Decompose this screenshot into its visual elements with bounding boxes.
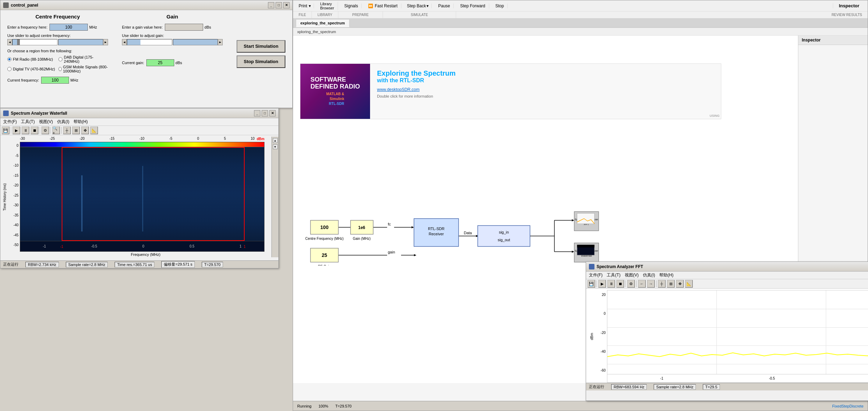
fft-menu-sim[interactable]: 仿真(I) <box>643 272 655 278</box>
section-file: FILE <box>293 12 312 18</box>
frequency-input[interactable] <box>49 24 88 31</box>
simulink-window: Print ▾ LibraryBrowser Signals ⏩ Fast Re… <box>293 0 868 411</box>
fft-tb-measure[interactable]: 📐 <box>685 280 693 288</box>
svg-marker-3 <box>412 226 414 228</box>
freq-slider[interactable] <box>12 39 57 45</box>
wf-x-n05: -0.5 <box>91 244 97 248</box>
waterfall-minimize[interactable]: _ <box>254 110 260 116</box>
radio-fm[interactable]: FM Radio (88-108MHz) <box>7 55 57 63</box>
wf-menu-tools[interactable]: 工具(T) <box>21 119 34 125</box>
fft-menu-help[interactable]: 帮助(H) <box>659 272 674 278</box>
fft-icon <box>589 264 594 269</box>
wf-side-down[interactable]: ▼ <box>273 144 278 149</box>
pause-btn[interactable]: Pause <box>435 3 454 8</box>
current-freq-value: 100 <box>41 77 69 84</box>
wf-red-x-right: 1 <box>244 245 246 249</box>
fft-menu-file[interactable]: 文件(F) <box>589 272 602 278</box>
gain-slider-left[interactable]: ◄ <box>122 39 127 45</box>
wf-menu-help[interactable]: 帮助(H) <box>74 119 88 125</box>
signals-btn[interactable]: Signals <box>341 3 362 8</box>
waterfall-window-controls: _ □ ✕ <box>254 110 276 116</box>
close-button[interactable]: ✕ <box>283 2 290 8</box>
tb-play[interactable]: ▶ <box>13 127 20 134</box>
wf-menu-file[interactable]: 文件(F) <box>3 119 17 125</box>
fft-tb-save[interactable]: 💾 <box>587 280 595 288</box>
fft-menu-tools[interactable]: 工具(T) <box>607 272 620 278</box>
radio-dtv-dot[interactable] <box>7 67 11 71</box>
gain-input[interactable] <box>165 24 203 31</box>
tb-zoom[interactable]: ⊞ <box>72 127 80 134</box>
start-simulation-button[interactable]: Start Simulation <box>237 40 285 53</box>
inspector-label[interactable]: Inspector <box>833 3 865 8</box>
freq-slider2[interactable] <box>58 39 103 45</box>
current-gain-value: 25 <box>146 59 174 66</box>
fft-menu-view[interactable]: 视图(V) <box>625 272 639 278</box>
gain-slider[interactable] <box>127 39 172 45</box>
radio-dab[interactable]: DAB Digital (175-240MHz) <box>59 55 108 63</box>
step-back-btn[interactable]: Step Back ▾ <box>404 3 432 8</box>
fft-tb-zoom-in[interactable]: ← <box>638 280 646 288</box>
tb-stop[interactable]: ⏹ <box>31 127 38 134</box>
rfgain-value: 25 <box>322 252 327 258</box>
tb-measure[interactable]: 📐 <box>90 127 98 134</box>
fft-tb-stop[interactable]: ⏹ <box>616 280 624 288</box>
radio-gsm-label: GSM Mobile Signals (800-1000MHz) <box>63 65 108 73</box>
cb-label-5: 5 <box>224 137 226 140</box>
gain-slider-right[interactable]: ► <box>218 39 223 45</box>
cb-label-n20: -20 <box>79 137 84 140</box>
wf-x-0: 0 <box>143 244 145 248</box>
radio-dab-dot[interactable] <box>59 57 63 61</box>
waterfall-close[interactable]: ✕ <box>269 110 276 116</box>
fast-restart-btn[interactable]: ⏩ Fast Restart <box>364 3 401 8</box>
freq-slider-right[interactable]: ► <box>103 39 108 45</box>
fft-menubar: 文件(F) 工具(T) 视图(V) 仿真(I) 帮助(H) <box>586 272 868 279</box>
wf-menu-view[interactable]: 视图(V) <box>39 119 53 125</box>
banner-title: Exploring the Spectrum <box>377 69 714 77</box>
radio-gsm-dot[interactable] <box>59 67 62 71</box>
wf-red-x-left: -1 <box>60 245 63 249</box>
cb-label-n15: -15 <box>109 137 114 140</box>
fft-y-20: 20 <box>602 293 606 297</box>
print-menu[interactable]: Print ▾ <box>296 3 314 8</box>
tb-save[interactable]: 💾 <box>2 127 9 134</box>
tb-zoom-in[interactable]: 🔍+ <box>52 127 60 134</box>
fft-tb-cursor[interactable]: ┼ <box>658 280 666 288</box>
freq-slider-left[interactable]: ◄ <box>7 39 12 45</box>
tb-pause[interactable]: ⏸ <box>22 127 29 134</box>
sim-time: T=29.570 <box>335 404 352 408</box>
wf-red-left <box>62 147 62 241</box>
tb-cursor[interactable]: ┼ <box>63 127 71 134</box>
simulation-buttons: Start Simulation Stop Simulation <box>237 14 285 84</box>
fft-tb-play[interactable]: ▶ <box>598 280 606 288</box>
wf-x-p1: 1 <box>240 244 242 248</box>
waterfall-maximize[interactable]: □ <box>262 110 268 116</box>
fft-tb-pan[interactable]: ✥ <box>676 280 684 288</box>
cb-label-n10: -10 <box>139 137 144 140</box>
minimize-button[interactable]: _ <box>268 2 274 8</box>
stop-simulation-button[interactable]: Stop Simulation <box>237 55 285 68</box>
intro-banner[interactable]: SOFTWAREDEFINED RADIO MATLAB &SimulinkRT… <box>300 63 721 119</box>
maximize-button[interactable]: □ <box>276 2 282 8</box>
fft-tb-zoom[interactable]: ⊞ <box>667 280 675 288</box>
radio-fm-dot[interactable] <box>7 57 11 61</box>
radio-fm-label: FM Radio (88-108MHz) <box>13 57 53 61</box>
stop-btn[interactable]: Stop <box>492 3 508 8</box>
sim-percent: 100% <box>318 404 328 408</box>
freq-input-label: Enter a frequency here: <box>7 25 47 29</box>
processing-block[interactable] <box>478 226 530 246</box>
library-browser-btn[interactable]: LibraryBrowser <box>317 2 338 10</box>
tb-settings[interactable]: ⚙ <box>41 127 49 134</box>
radio-gsm[interactable]: GSM Mobile Signals (800-1000MHz) <box>59 65 108 73</box>
gain-slider2[interactable] <box>173 39 218 45</box>
section-library: LIBRARY <box>312 12 338 18</box>
fft-tb-zoom-out[interactable]: → <box>647 280 655 288</box>
step-forward-btn[interactable]: Step Forward <box>456 3 489 8</box>
tb-pan[interactable]: ✥ <box>81 127 89 134</box>
fft-tb-pause[interactable]: ⏸ <box>607 280 615 288</box>
radio-dtv[interactable]: Digital TV (470-862MHz) <box>7 65 57 73</box>
tab-exploring[interactable]: exploring_the_spectrum <box>296 19 349 27</box>
wf-menu-sim[interactable]: 仿真(I) <box>57 119 69 125</box>
wf-side-up[interactable]: ▲ <box>273 138 278 143</box>
fft-tb-settings[interactable]: ⚙ <box>627 280 635 288</box>
banner-url[interactable]: www.desktopSDR.com <box>377 87 714 92</box>
